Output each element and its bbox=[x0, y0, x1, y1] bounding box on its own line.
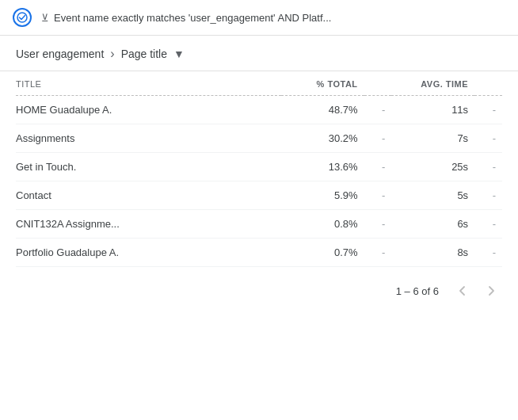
cell-dash2: - bbox=[474, 181, 502, 210]
cell-dash2: - bbox=[474, 210, 502, 239]
chevron-down-icon[interactable]: ▼ bbox=[173, 48, 185, 60]
cell-dash1: - bbox=[364, 96, 392, 124]
cell-dash1: - bbox=[364, 153, 392, 181]
cell-dash1: - bbox=[364, 239, 392, 267]
filter-description: Event name exactly matches 'user_engagem… bbox=[54, 12, 331, 24]
cell-avgtime: 11s bbox=[391, 96, 474, 124]
breadcrumb-separator: › bbox=[110, 47, 114, 61]
filter-active-icon bbox=[13, 8, 32, 27]
filter-bar: ⊻ Event name exactly matches 'user_engag… bbox=[0, 0, 518, 36]
cell-dash2: - bbox=[474, 239, 502, 267]
pagination-info: 1 – 6 of 6 bbox=[396, 285, 439, 297]
cell-title: HOME Guadalupe A. bbox=[16, 96, 281, 124]
cell-pct: 13.6% bbox=[281, 153, 364, 181]
cell-dash1: - bbox=[364, 124, 392, 153]
table-row[interactable]: Get in Touch.13.6%-25s- bbox=[16, 153, 502, 181]
filter-funnel-icon: ⊻ bbox=[41, 12, 49, 24]
cell-pct: 0.8% bbox=[281, 210, 364, 239]
pagination-prev-button[interactable] bbox=[451, 280, 474, 302]
cell-dash2: - bbox=[474, 153, 502, 181]
cell-avgtime: 5s bbox=[391, 181, 474, 210]
pagination-next-button[interactable] bbox=[480, 280, 502, 302]
cell-avgtime: 8s bbox=[391, 239, 474, 267]
table-row[interactable]: CNIT132A Assignme...0.8%-6s- bbox=[16, 210, 502, 239]
breadcrumb: User engagement › Page title ▼ bbox=[0, 36, 518, 71]
table-row[interactable]: HOME Guadalupe A.48.7%-11s- bbox=[16, 96, 502, 124]
cell-avgtime: 6s bbox=[391, 210, 474, 239]
cell-title: Assignments bbox=[16, 124, 281, 153]
filter-text: ⊻ Event name exactly matches 'user_engag… bbox=[41, 12, 331, 24]
data-table: TITLE % TOTAL AVG. TIME HOME Guadalupe A… bbox=[0, 71, 518, 267]
breadcrumb-current[interactable]: Page title ▼ bbox=[121, 48, 185, 60]
column-header-avgtime: AVG. TIME bbox=[391, 71, 474, 96]
column-header-title: TITLE bbox=[16, 71, 281, 96]
table-header-row: TITLE % TOTAL AVG. TIME bbox=[16, 71, 502, 96]
cell-title: Get in Touch. bbox=[16, 153, 281, 181]
cell-pct: 30.2% bbox=[281, 124, 364, 153]
table-row[interactable]: Contact5.9%-5s- bbox=[16, 181, 502, 210]
cell-avgtime: 7s bbox=[391, 124, 474, 153]
pagination: 1 – 6 of 6 bbox=[0, 267, 518, 311]
cell-dash2: - bbox=[474, 124, 502, 153]
cell-title: Portfolio Guadalupe A. bbox=[16, 239, 281, 267]
cell-pct: 48.7% bbox=[281, 96, 364, 124]
cell-dash2: - bbox=[474, 96, 502, 124]
column-header-dash2 bbox=[474, 71, 502, 96]
column-header-dash1 bbox=[364, 71, 392, 96]
cell-title: CNIT132A Assignme... bbox=[16, 210, 281, 239]
cell-dash1: - bbox=[364, 181, 392, 210]
breadcrumb-parent[interactable]: User engagement bbox=[16, 48, 104, 60]
cell-title: Contact bbox=[16, 181, 281, 210]
column-header-pct: % TOTAL bbox=[281, 71, 364, 96]
table-row[interactable]: Assignments30.2%-7s- bbox=[16, 124, 502, 153]
cell-pct: 0.7% bbox=[281, 239, 364, 267]
table-row[interactable]: Portfolio Guadalupe A.0.7%-8s- bbox=[16, 239, 502, 267]
cell-pct: 5.9% bbox=[281, 181, 364, 210]
cell-dash1: - bbox=[364, 210, 392, 239]
cell-avgtime: 25s bbox=[391, 153, 474, 181]
